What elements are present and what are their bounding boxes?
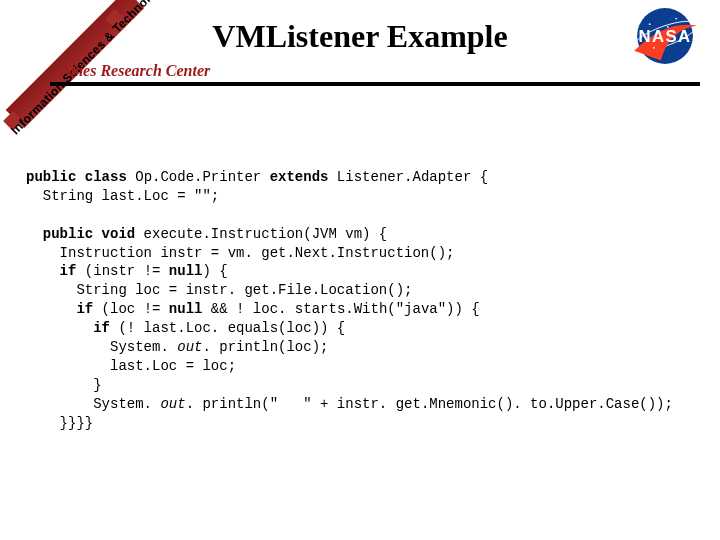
nasa-wordmark: NASA bbox=[639, 27, 692, 46]
code-text: execute.Instruction(JVM vm) { bbox=[135, 226, 387, 242]
kw-extends: extends bbox=[270, 169, 329, 185]
center-name: Ames Research Center bbox=[60, 62, 210, 80]
code-text: last.Loc = loc; bbox=[26, 358, 236, 374]
code-text: (loc != bbox=[93, 301, 169, 317]
svg-point-2 bbox=[649, 23, 651, 25]
kw-public-void: public void bbox=[26, 226, 135, 242]
kw-public-class: public class bbox=[26, 169, 127, 185]
code-block: public class Op.Code.Printer extends Lis… bbox=[26, 168, 710, 432]
kw-if: if bbox=[26, 320, 110, 336]
code-text: String loc = instr. get.File.Location(); bbox=[26, 282, 412, 298]
code-text: (! last.Loc. equals(loc)) { bbox=[110, 320, 345, 336]
code-text: . println(" " + instr. get.Mnemonic(). t… bbox=[186, 396, 673, 412]
code-text: System. bbox=[26, 396, 160, 412]
kw-null: null bbox=[169, 301, 203, 317]
it-out: out bbox=[160, 396, 185, 412]
code-text: && ! loc. starts.With("java")) { bbox=[202, 301, 479, 317]
code-text: } bbox=[26, 377, 102, 393]
kw-null: null bbox=[169, 263, 203, 279]
code-text: Instruction instr = vm. get.Next.Instruc… bbox=[26, 245, 454, 261]
code-text: System. bbox=[26, 339, 177, 355]
slide-title: VMListener Example bbox=[0, 18, 720, 55]
it-out: out bbox=[177, 339, 202, 355]
kw-if: if bbox=[26, 301, 93, 317]
kw-if: if bbox=[26, 263, 76, 279]
code-blank bbox=[26, 207, 34, 223]
code-text: Op.Code.Printer bbox=[127, 169, 270, 185]
code-text: . println(loc); bbox=[202, 339, 328, 355]
nasa-logo: NASA bbox=[630, 6, 700, 66]
code-text: String last.Loc = ""; bbox=[26, 188, 219, 204]
svg-point-3 bbox=[675, 18, 677, 20]
slide: VMListener Example NASA Information Scie… bbox=[0, 0, 720, 540]
code-text: Listener.Adapter { bbox=[328, 169, 488, 185]
nasa-meatball-icon: NASA bbox=[630, 6, 700, 66]
header-rule bbox=[50, 82, 700, 86]
code-text: (instr != bbox=[76, 263, 168, 279]
code-text: }}}} bbox=[26, 415, 93, 431]
code-text: ) { bbox=[202, 263, 227, 279]
svg-point-5 bbox=[653, 47, 655, 49]
